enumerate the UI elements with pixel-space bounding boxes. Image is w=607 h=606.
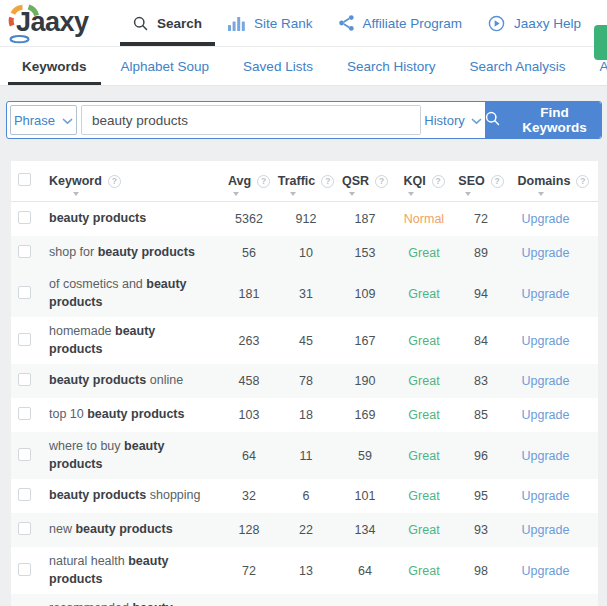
bar-chart-icon [228, 16, 245, 31]
row-checkbox[interactable] [18, 286, 31, 299]
upgrade-link[interactable]: Upgrade [509, 374, 598, 388]
table-row: new beauty products12822134Great93Upgrad… [11, 513, 598, 547]
keyword-cell: beauty products shopping [49, 481, 221, 511]
tab-search-analysis[interactable]: Search Analysis [452, 47, 582, 85]
column-header-domains[interactable]: Domains [509, 161, 598, 201]
seo-value: 98 [453, 564, 509, 578]
tab-search-history[interactable]: Search History [330, 47, 453, 85]
phrase-select[interactable]: Phrase [10, 105, 77, 135]
keyword-suffix: online [146, 373, 183, 387]
upgrade-link[interactable]: Upgrade [509, 212, 598, 226]
row-checkbox[interactable] [18, 522, 31, 535]
tab-label: Search History [347, 59, 436, 74]
table-header-row: KeywordAvgTrafficQSRKQISEODomains [11, 161, 598, 202]
column-header-label: Domains [518, 174, 571, 188]
seo-value: 89 [453, 246, 509, 260]
keyword-bold: beauty products [75, 522, 172, 536]
avg-value: 458 [221, 374, 277, 388]
row-checkbox[interactable] [18, 488, 31, 501]
column-header-kqi[interactable]: KQI [395, 161, 453, 201]
nav-item-label: Site Rank [254, 16, 313, 31]
tab-alphabet-soup[interactable]: Alphabet Soup [104, 47, 227, 85]
chevron-down-icon [471, 113, 482, 128]
keyword-tool-tabs: KeywordsAlphabet SoupSaved ListsSearch H… [0, 47, 607, 86]
keyword-prefix: top 10 [49, 407, 87, 421]
row-checkbox[interactable] [18, 333, 31, 346]
select-all-checkbox[interactable] [18, 173, 31, 186]
column-header-seo[interactable]: SEO [453, 161, 509, 201]
side-cta-button[interactable] [594, 25, 607, 60]
row-checkbox[interactable] [18, 563, 31, 576]
table-row: shop for beauty products5610153Great89Up… [11, 236, 598, 270]
row-select-cell [11, 488, 49, 504]
history-dropdown-label: History [424, 113, 464, 128]
nav-item-jaaxy-help[interactable]: Jaaxy Help [475, 0, 594, 46]
nav-item-search[interactable]: Search [120, 0, 215, 46]
keyword-cell: natural health beauty products [49, 547, 221, 594]
row-checkbox[interactable] [18, 211, 31, 224]
upgrade-link[interactable]: Upgrade [509, 523, 598, 537]
sort-caret-icon [73, 192, 79, 196]
avg-value: 72 [221, 564, 277, 578]
jaaxy-logo[interactable]: Jaaxy [8, 1, 102, 45]
table-row: beauty products5362912187Normal72Upgrade [11, 202, 598, 236]
help-icon[interactable] [491, 175, 504, 188]
qsr-value: 153 [335, 246, 395, 260]
column-header-qsr[interactable]: QSR [335, 161, 395, 201]
tab-keywords[interactable]: Keywords [5, 47, 104, 85]
row-select-cell [11, 448, 49, 464]
tab-label: Alphabet Soup [121, 59, 210, 74]
row-checkbox[interactable] [18, 373, 31, 386]
tab-saved-lists[interactable]: Saved Lists [226, 47, 330, 85]
search-icon [485, 111, 500, 129]
keyword-prefix: where to buy [49, 439, 124, 453]
column-header-traffic[interactable]: Traffic [277, 161, 335, 201]
help-icon[interactable] [375, 175, 388, 188]
row-checkbox[interactable] [18, 448, 31, 461]
search-bar: Phrase History Find Keywords [6, 101, 602, 139]
sort-caret-icon [233, 192, 239, 196]
qsr-value: 190 [335, 374, 395, 388]
row-checkbox[interactable] [18, 407, 31, 420]
help-icon[interactable] [108, 175, 121, 188]
traffic-value: 22 [277, 523, 335, 537]
kqi-status: Great [395, 489, 453, 503]
kqi-status: Great [395, 449, 453, 463]
row-checkbox[interactable] [18, 245, 31, 258]
column-header-avg[interactable]: Avg [221, 161, 277, 201]
qsr-value: 109 [335, 287, 395, 301]
upgrade-link[interactable]: Upgrade [509, 246, 598, 260]
nav-item-affiliate-program[interactable]: Affiliate Program [326, 0, 476, 46]
table-row: recommended beauty products326Get QSRUpg… [11, 594, 598, 606]
keyword-prefix: homemade [49, 324, 115, 338]
sort-caret-icon [349, 192, 355, 196]
upgrade-link[interactable]: Upgrade [509, 489, 598, 503]
row-select-cell [11, 522, 49, 538]
upgrade-link[interactable]: Upgrade [509, 449, 598, 463]
help-icon[interactable] [257, 175, 270, 188]
keyword-prefix: natural health [49, 554, 128, 568]
search-icon [133, 16, 148, 31]
column-header-label: Keyword [49, 174, 102, 188]
keyword-search-input[interactable] [81, 105, 421, 135]
keyword-cell: shop for beauty products [49, 238, 221, 268]
column-header-keyword[interactable]: Keyword [49, 161, 221, 201]
kqi-status: Great [395, 564, 453, 578]
traffic-value: 31 [277, 287, 335, 301]
keyword-prefix: new [49, 522, 75, 536]
upgrade-link[interactable]: Upgrade [509, 287, 598, 301]
nav-item-site-rank[interactable]: Site Rank [215, 0, 326, 46]
history-dropdown[interactable]: History [421, 102, 485, 138]
column-header-label: SEO [458, 174, 484, 188]
keyword-cell: recommended beauty products [49, 594, 221, 606]
keyword-prefix: shop for [49, 245, 98, 259]
help-icon[interactable] [432, 175, 445, 188]
upgrade-link[interactable]: Upgrade [509, 408, 598, 422]
find-keywords-button[interactable]: Find Keywords [485, 102, 601, 138]
help-icon[interactable] [576, 175, 589, 188]
avg-value: 181 [221, 287, 277, 301]
upgrade-link[interactable]: Upgrade [509, 334, 598, 348]
keyword-cell: top 10 beauty products [49, 400, 221, 430]
upgrade-link[interactable]: Upgrade [509, 564, 598, 578]
help-icon[interactable] [321, 175, 334, 188]
